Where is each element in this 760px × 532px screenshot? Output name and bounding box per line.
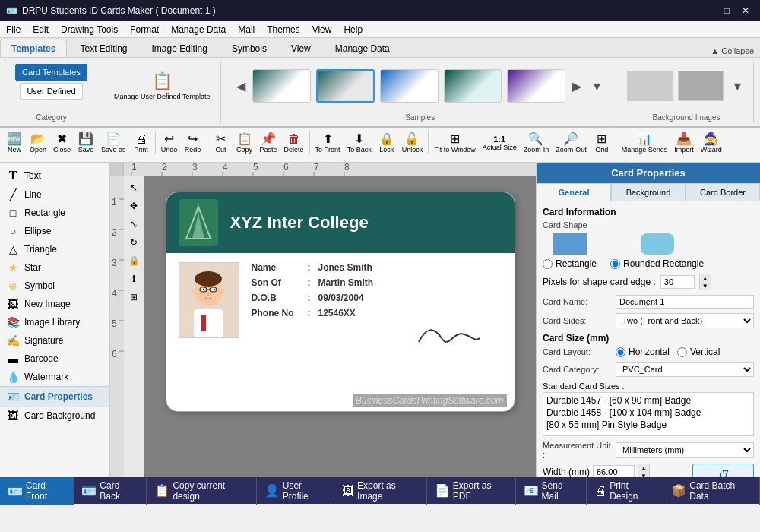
handle-rotate[interactable]: ↻ bbox=[125, 234, 142, 251]
left-item-text[interactable]: T Text bbox=[0, 166, 109, 185]
handle-move[interactable]: ✥ bbox=[125, 198, 142, 214]
left-item-star[interactable]: ★ Star bbox=[0, 258, 109, 277]
width-input[interactable] bbox=[593, 465, 635, 477]
radio-vertical[interactable]: Vertical bbox=[677, 347, 720, 357]
tool-paste[interactable]: 📌Paste bbox=[257, 129, 280, 156]
menu-manage-data[interactable]: Manage Data bbox=[165, 23, 232, 36]
bottom-user-profile[interactable]: 👤 User Profile bbox=[257, 477, 334, 505]
collapse-button[interactable]: ▲ Collapse bbox=[705, 45, 760, 57]
menu-themes[interactable]: Themes bbox=[261, 23, 306, 36]
left-item-line[interactable]: ╱ Line bbox=[0, 185, 109, 204]
radio-rectangle[interactable]: Rectangle bbox=[543, 258, 597, 269]
spin-up[interactable]: ▲ bbox=[700, 274, 711, 282]
handle-group[interactable]: ⊞ bbox=[125, 289, 142, 306]
radio-rounded-rect[interactable]: Rounded Rectangle bbox=[610, 258, 704, 269]
tab-manage-data[interactable]: Manage Data bbox=[324, 40, 401, 57]
get-size-button[interactable]: 🖨 Get size from Printer bbox=[692, 464, 754, 477]
spin-down[interactable]: ▼ bbox=[700, 282, 711, 290]
manage-template-button[interactable]: 📋 Manage User Defined Template bbox=[109, 68, 214, 103]
menu-mail[interactable]: Mail bbox=[232, 23, 261, 36]
handle-select[interactable]: ↖ bbox=[125, 179, 142, 196]
width-spin-up[interactable]: ▲ bbox=[638, 464, 649, 472]
radio-vertical-input[interactable] bbox=[677, 347, 687, 357]
measurement-select[interactable]: Millimeters (mm) Inches Pixels bbox=[616, 442, 754, 458]
handle-info[interactable]: ℹ bbox=[125, 271, 142, 287]
bottom-print-design[interactable]: 🖨 Print Design bbox=[587, 477, 663, 505]
tool-delete[interactable]: 🗑Delete bbox=[281, 130, 307, 156]
card-category-select[interactable]: PVC_Card Paper Card Plastic Card bbox=[616, 362, 754, 377]
card-sizes-list[interactable]: Durable 1457 - [60 x 90 mm] Badge Durabl… bbox=[543, 392, 754, 436]
menu-format[interactable]: Format bbox=[124, 23, 165, 36]
tool-to-back[interactable]: ⬇To Back bbox=[344, 129, 375, 156]
card-sides-select[interactable]: One (Front Only) Two (Front and Back) bbox=[616, 313, 754, 328]
size-item-1[interactable]: Durable 1457 - [60 x 90 mm] Badge bbox=[545, 394, 752, 407]
left-item-card-background[interactable]: 🖼 Card Background bbox=[0, 407, 109, 425]
tool-print[interactable]: 🖨Print bbox=[130, 130, 153, 156]
size-item-3[interactable]: [80 x 55 mm] Pin Style Badge bbox=[545, 419, 752, 431]
tool-copy[interactable]: 📋Copy bbox=[233, 129, 256, 156]
menu-file[interactable]: File bbox=[0, 23, 27, 36]
radio-horizontal[interactable]: Horizontal bbox=[616, 347, 670, 357]
sample-4[interactable] bbox=[444, 69, 502, 103]
tab-templates[interactable]: Templates bbox=[0, 40, 67, 57]
menu-drawing-tools[interactable]: Drawing Tools bbox=[55, 23, 124, 36]
tab-text-editing[interactable]: Text Editing bbox=[68, 40, 138, 57]
tab-view[interactable]: View bbox=[280, 40, 322, 57]
left-item-ellipse[interactable]: ○ Ellipse bbox=[0, 222, 109, 240]
tool-new[interactable]: 🆕New bbox=[3, 129, 26, 156]
tab-background[interactable]: Background bbox=[611, 183, 686, 201]
left-item-symbol[interactable]: ⊕ Symbol bbox=[0, 277, 109, 295]
radio-rectangle-input[interactable] bbox=[543, 259, 553, 269]
tool-undo[interactable]: ↩Undo bbox=[158, 129, 181, 156]
tool-manage-series[interactable]: 📊Manage Series bbox=[619, 129, 671, 156]
tool-lock[interactable]: 🔒Lock bbox=[375, 129, 398, 156]
bottom-card-front[interactable]: 🪪 Card Front bbox=[0, 477, 74, 505]
canvas-scroll[interactable]: XYZ Inter College bbox=[144, 176, 536, 477]
tab-card-border[interactable]: Card Border bbox=[686, 183, 760, 201]
sample-5[interactable] bbox=[507, 69, 565, 103]
left-item-barcode[interactable]: ▬ Barcode bbox=[0, 350, 109, 368]
tool-unlock[interactable]: 🔓Unlock bbox=[399, 129, 426, 156]
left-item-new-image[interactable]: 🖼 New Image bbox=[0, 295, 109, 313]
tool-close[interactable]: ✖Close bbox=[50, 129, 74, 156]
left-item-signature[interactable]: ✍ Signature bbox=[0, 331, 109, 350]
bg-sample-1[interactable] bbox=[627, 71, 673, 101]
bg-sample-2[interactable] bbox=[678, 71, 724, 101]
tool-redo[interactable]: ↪Redo bbox=[182, 129, 204, 156]
tab-symbols[interactable]: Symbols bbox=[220, 40, 278, 57]
bottom-copy-design[interactable]: 📋 Copy current design bbox=[147, 477, 256, 505]
pixels-input[interactable] bbox=[660, 275, 695, 289]
sample-3[interactable] bbox=[380, 69, 439, 103]
sample-2[interactable] bbox=[316, 69, 375, 103]
card-name-input[interactable] bbox=[616, 295, 754, 309]
tool-fit-window[interactable]: ⊞Fit to Window bbox=[431, 129, 479, 156]
size-item-2[interactable]: Durable 1458 - [100 x 104 mm] Badge bbox=[545, 407, 752, 419]
radio-horizontal-input[interactable] bbox=[616, 347, 625, 357]
left-item-card-properties[interactable]: 🪪 Card Properties bbox=[0, 386, 109, 407]
tool-wizard[interactable]: 🧙Wizard bbox=[698, 129, 725, 156]
menu-view[interactable]: View bbox=[306, 23, 338, 36]
tool-actual-size[interactable]: 1:1Actual Size bbox=[480, 132, 520, 154]
handle-lock[interactable]: 🔒 bbox=[125, 252, 142, 269]
tool-zoom-in[interactable]: 🔍Zoom-In bbox=[521, 129, 553, 156]
tab-image-editing[interactable]: Image Editing bbox=[141, 40, 219, 57]
menu-edit[interactable]: Edit bbox=[27, 23, 55, 36]
bottom-card-back[interactable]: 🪪 Card Back bbox=[74, 477, 147, 505]
tab-general[interactable]: General bbox=[537, 183, 611, 201]
close-button[interactable]: ✕ bbox=[737, 4, 754, 17]
handle-resize[interactable]: ⤡ bbox=[125, 216, 142, 233]
btn-user-defined[interactable]: User Defined bbox=[20, 83, 82, 100]
tool-cut[interactable]: ✂Cut bbox=[210, 129, 233, 156]
left-item-image-library[interactable]: 📚 Image Library bbox=[0, 313, 109, 331]
bottom-card-batch[interactable]: 📦 Card Batch Data bbox=[663, 477, 760, 505]
tool-import[interactable]: 📥Import bbox=[671, 129, 697, 156]
left-item-triangle[interactable]: △ Triangle bbox=[0, 240, 109, 258]
menu-help[interactable]: Help bbox=[337, 23, 369, 36]
samples-scroll-up[interactable]: ◀ bbox=[233, 79, 249, 93]
tool-crop[interactable]: ✂Crop Tool bbox=[3, 157, 38, 163]
sample-1[interactable] bbox=[252, 69, 311, 103]
left-item-rectangle[interactable]: □ Rectangle bbox=[0, 204, 109, 222]
btn-card-templates[interactable]: Card Templates bbox=[15, 64, 87, 81]
tool-grid[interactable]: ⊞Grid bbox=[591, 129, 613, 156]
samples-scroll-v[interactable]: ▼ bbox=[587, 80, 606, 93]
